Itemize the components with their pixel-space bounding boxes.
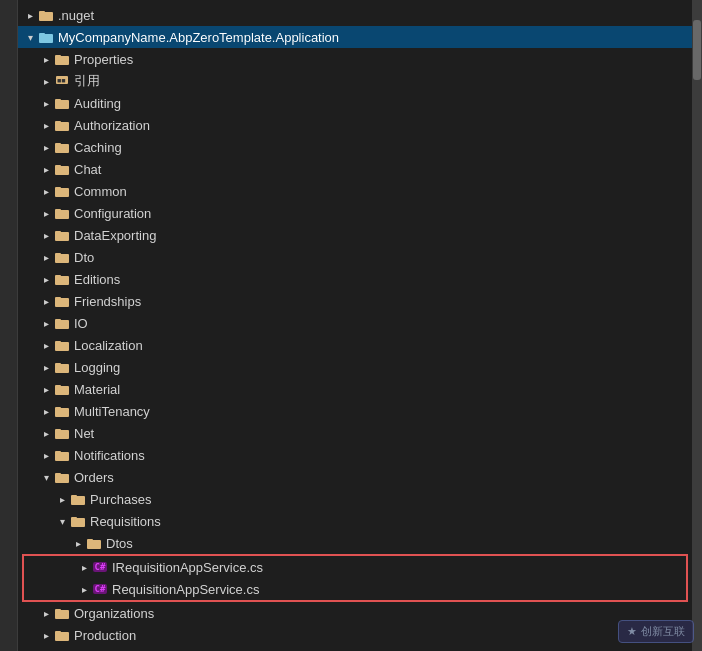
expand-icon-irequisition-svc[interactable] <box>76 559 92 575</box>
tree-item-dtos[interactable]: Dtos <box>18 532 692 554</box>
label-common: Common <box>74 184 692 199</box>
tree-item-common[interactable]: Common <box>18 180 692 202</box>
label-configuration: Configuration <box>74 206 692 221</box>
tree-item-multitenancy[interactable]: MultiTenancy <box>18 400 692 422</box>
tree-item-editions[interactable]: Editions <box>18 268 692 290</box>
expand-icon-caching[interactable] <box>38 139 54 155</box>
tree-item-dataexporting[interactable]: DataExporting <box>18 224 692 246</box>
tree-item-purchases[interactable]: Purchases <box>18 488 692 510</box>
label-chat: Chat <box>74 162 692 177</box>
label-production: Production <box>74 628 692 643</box>
expand-icon-properties[interactable] <box>38 51 54 67</box>
tree-item-requisitions[interactable]: Requisitions <box>18 510 692 532</box>
expand-icon-dtos[interactable] <box>70 535 86 551</box>
folder-icon-configuration <box>54 205 70 221</box>
expand-icon-chat[interactable] <box>38 161 54 177</box>
watermark-logo: ★ <box>627 625 637 638</box>
folder-icon-purchases <box>70 491 86 507</box>
tree-item-app-project[interactable]: MyCompanyName.AbpZeroTemplate.Applicatio… <box>18 26 692 48</box>
tree-item-io[interactable]: IO <box>18 312 692 334</box>
label-editions: Editions <box>74 272 692 287</box>
expand-icon-friendships[interactable] <box>38 293 54 309</box>
expand-icon-requisitions[interactable] <box>54 513 70 529</box>
expand-icon-dataexporting[interactable] <box>38 227 54 243</box>
tree-item-dto[interactable]: Dto <box>18 246 692 268</box>
label-organizations: Organizations <box>74 606 692 621</box>
expand-icon-localization[interactable] <box>38 337 54 353</box>
expand-icon-material[interactable] <box>38 381 54 397</box>
label-net: Net <box>74 426 692 441</box>
tree-item-material[interactable]: Material <box>18 378 692 400</box>
solution-explorer-tree[interactable]: .nuget MyCompanyName.AbpZeroTemplate.App… <box>18 0 692 651</box>
label-nuget: .nuget <box>58 8 692 23</box>
tree-item-nuget[interactable]: .nuget <box>18 4 692 26</box>
tree-item-net[interactable]: Net <box>18 422 692 444</box>
tree-item-logging[interactable]: Logging <box>18 356 692 378</box>
svg-rect-9 <box>55 99 61 102</box>
watermark-text: 创新互联 <box>641 624 685 639</box>
svg-rect-21 <box>55 231 61 234</box>
expand-icon-references[interactable] <box>38 73 54 89</box>
tree-item-organizations[interactable]: Organizations <box>18 602 692 624</box>
svg-rect-29 <box>55 319 61 322</box>
sidebar-gutter <box>0 0 18 651</box>
tree-item-localization[interactable]: Localization <box>18 334 692 356</box>
expand-icon-logging[interactable] <box>38 359 54 375</box>
tree-item-orders[interactable]: Orders <box>18 466 692 488</box>
tree-item-friendships[interactable]: Friendships <box>18 290 692 312</box>
tree-item-production[interactable]: Production <box>18 624 692 646</box>
tree-item-properties[interactable]: Properties <box>18 48 692 70</box>
expand-icon-app-project[interactable] <box>22 29 38 45</box>
svg-rect-41 <box>55 451 61 454</box>
folder-icon-authorization <box>54 117 70 133</box>
svg-rect-5 <box>55 55 61 58</box>
svg-text:■■: ■■ <box>57 77 65 84</box>
expand-icon-organizations[interactable] <box>38 605 54 621</box>
expand-icon-multitenancy[interactable] <box>38 403 54 419</box>
scrollbar-thumb[interactable] <box>693 20 701 80</box>
tree-item-configuration[interactable]: Configuration <box>18 202 692 224</box>
expand-icon-requisition-svc[interactable] <box>76 581 92 597</box>
tree-item-chat[interactable]: Chat <box>18 158 692 180</box>
folder-icon-notifications <box>54 447 70 463</box>
expand-icon-common[interactable] <box>38 183 54 199</box>
label-caching: Caching <box>74 140 692 155</box>
expand-icon-net[interactable] <box>38 425 54 441</box>
folder-icon-app-project <box>38 29 54 45</box>
expand-icon-nuget[interactable] <box>22 7 38 23</box>
folder-icon-dataexporting <box>54 227 70 243</box>
tree-item-caching[interactable]: Caching <box>18 136 692 158</box>
label-friendships: Friendships <box>74 294 692 309</box>
folder-icon-chat <box>54 161 70 177</box>
tree-item-authorization[interactable]: Authorization <box>18 114 692 136</box>
folder-icon-auditing <box>54 95 70 111</box>
scrollbar[interactable] <box>692 0 702 651</box>
folder-icon-net <box>54 425 70 441</box>
label-purchases: Purchases <box>90 492 692 507</box>
folder-icon-requisitions <box>70 513 86 529</box>
expand-icon-authorization[interactable] <box>38 117 54 133</box>
tree-item-requisition-svc[interactable]: C#RequisitionAppService.cs <box>24 578 686 600</box>
svg-rect-17 <box>55 187 61 190</box>
label-io: IO <box>74 316 692 331</box>
svg-rect-43 <box>55 473 61 476</box>
expand-icon-auditing[interactable] <box>38 95 54 111</box>
expand-icon-configuration[interactable] <box>38 205 54 221</box>
expand-icon-production[interactable] <box>38 627 54 643</box>
expand-icon-dto[interactable] <box>38 249 54 265</box>
expand-icon-orders[interactable] <box>38 469 54 485</box>
expand-icon-io[interactable] <box>38 315 54 331</box>
expand-icon-editions[interactable] <box>38 271 54 287</box>
tree-item-notifications[interactable]: Notifications <box>18 444 692 466</box>
expand-icon-notifications[interactable] <box>38 447 54 463</box>
svg-rect-45 <box>71 495 77 498</box>
folder-icon-production <box>54 627 70 643</box>
folder-icon-organizations <box>54 605 70 621</box>
watermark: ★ 创新互联 <box>618 620 694 643</box>
tree-item-references[interactable]: ■■ 引用 <box>18 70 692 92</box>
label-multitenancy: MultiTenancy <box>74 404 692 419</box>
expand-icon-purchases[interactable] <box>54 491 70 507</box>
tree-item-irequisition-svc[interactable]: C#IRequisitionAppService.cs <box>24 556 686 578</box>
ref-icon-references: ■■ <box>54 72 70 91</box>
tree-item-auditing[interactable]: Auditing <box>18 92 692 114</box>
